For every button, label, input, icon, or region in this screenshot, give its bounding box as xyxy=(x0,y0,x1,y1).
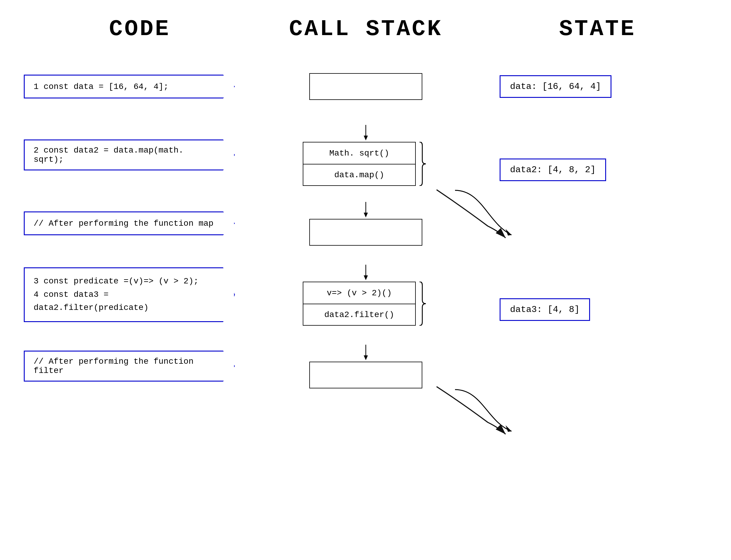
code-arrow-2: 2 const data2 = data.map(math. sqrt); xyxy=(24,139,235,170)
stack-box-predicate: v=> (v > 2)() xyxy=(303,282,416,304)
stack-empty-1 xyxy=(309,73,422,100)
stack-empty-3 xyxy=(309,219,422,246)
code-row-5: // After performing the function filter xyxy=(24,336,256,396)
stack-row-3 xyxy=(274,194,458,253)
svg-marker-7 xyxy=(364,355,368,360)
callstack-column: Math. sqrt() data.map() xyxy=(274,57,458,396)
code-column: 1 const data = [16, 64, 4]; 2 const data… xyxy=(24,57,256,396)
stack-box-sqrt: Math. sqrt() xyxy=(303,142,416,164)
stack-row-5 xyxy=(274,336,458,396)
state-row-2: data2: [4, 8, 2] xyxy=(500,116,707,194)
svg-marker-1 xyxy=(364,136,368,140)
state-row-1: data: [16, 64, 4] xyxy=(500,57,707,116)
state-box-1: data: [16, 64, 4] xyxy=(500,75,611,98)
stack-row-4: v=> (v > 2)() data2.filter() xyxy=(274,253,458,336)
brace-2 xyxy=(417,282,429,326)
arrow-down-3 xyxy=(362,265,370,281)
state-box-2: data2: [4, 8, 2] xyxy=(500,159,606,181)
code-arrow-5: // After performing the function filter xyxy=(24,351,235,382)
brace-1 xyxy=(417,142,429,186)
code-row-1: 1 const data = [16, 64, 4]; xyxy=(24,57,256,116)
svg-marker-5 xyxy=(364,275,368,280)
code-arrow-1: 1 const data = [16, 64, 4]; xyxy=(24,75,235,98)
stack-box-map: data.map() xyxy=(303,164,416,186)
state-box-4: data3: [4, 8] xyxy=(500,298,590,321)
stack-row-2: Math. sqrt() data.map() xyxy=(274,116,458,194)
header-state: STATE xyxy=(559,16,636,42)
stack-row-1 xyxy=(274,57,458,116)
code-row-3: // After performing the function map xyxy=(24,194,256,253)
state-row-3 xyxy=(500,194,707,253)
stack-empty-5 xyxy=(309,362,422,388)
code-row-2: 2 const data2 = data.map(math. sqrt); xyxy=(24,116,256,194)
state-row-5 xyxy=(500,336,707,396)
svg-marker-3 xyxy=(364,213,368,217)
arrow-down-2 xyxy=(362,202,370,218)
svg-marker-9 xyxy=(506,425,512,432)
arrow-down-4 xyxy=(362,345,370,361)
state-row-4: data3: [4, 8] xyxy=(500,253,707,336)
arrow-down-1 xyxy=(362,125,370,141)
code-row-4: 3 const predicate =(v)=> (v > 2); 4 cons… xyxy=(24,253,256,336)
code-arrow-3: // After performing the function map xyxy=(24,211,235,235)
code-arrow-4: 3 const predicate =(v)=> (v > 2); 4 cons… xyxy=(24,267,235,322)
stack-box-filter: data2.filter() xyxy=(303,304,416,326)
header-callstack: CALL STACK xyxy=(289,16,443,42)
header-code: CODE xyxy=(109,16,170,42)
state-column: data: [16, 64, 4] data2: [4, 8, 2] data3… xyxy=(500,57,707,396)
